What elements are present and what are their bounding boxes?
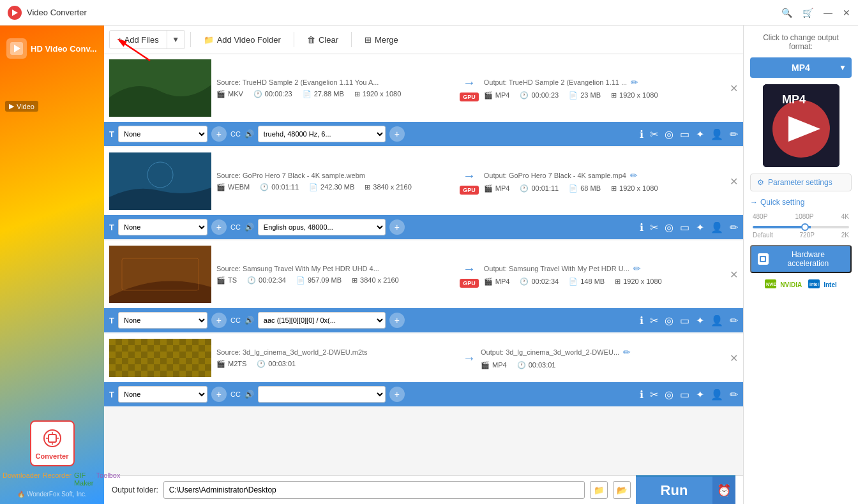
nav-downloader[interactable]: Downloader	[3, 471, 40, 487]
edit-icon-1[interactable]: ✏	[730, 128, 738, 140]
effect-icon-3[interactable]: ✦	[696, 315, 704, 327]
audio-ctrl-icon-4[interactable]: ◎	[665, 389, 674, 401]
crop-icon-3[interactable]: ▭	[680, 315, 689, 327]
search-button[interactable]: 🔍	[781, 8, 792, 18]
open-folder-button[interactable]: 📂	[613, 481, 631, 499]
cc-icon-2: CC	[230, 223, 241, 231]
audio-ctrl-icon-1[interactable]: ◎	[665, 128, 674, 140]
file-thumb-3	[109, 246, 211, 303]
audio-ctrl-icon-3[interactable]: ◎	[665, 315, 674, 327]
minimize-button[interactable]: —	[824, 8, 832, 18]
file-source-label-2: Source: GoPro Hero 7 Black - 4K sample.w…	[216, 172, 365, 179]
watermark-icon-1[interactable]: 👤	[711, 128, 723, 140]
file-output-row-2: Output: GoPro Hero 7 Black - 4K sample.m…	[484, 170, 722, 181]
subtitle-select-4[interactable]: None	[118, 386, 207, 403]
edit-output-2[interactable]: ✏	[630, 170, 638, 181]
nav-gif-maker[interactable]: GIF Maker	[74, 471, 94, 487]
cut-icon-4[interactable]: ✂	[650, 389, 658, 401]
effect-icon-2[interactable]: ✦	[696, 221, 704, 233]
audio-select-2[interactable]: English opus, 48000...	[258, 219, 386, 235]
add-subtitle-2[interactable]: +	[211, 219, 227, 235]
subtitle-select-1[interactable]: None	[118, 126, 207, 142]
merge-button[interactable]: ⊞ Merge	[357, 32, 406, 48]
close-file-3[interactable]: ✕	[730, 269, 738, 281]
edit-icon-4[interactable]: ✏	[730, 389, 738, 401]
nav-toolbox[interactable]: Toolbox	[96, 471, 121, 487]
close-file-2[interactable]: ✕	[730, 175, 738, 188]
cut-icon-2[interactable]: ✂	[650, 221, 658, 233]
format-select[interactable]: MP4	[750, 57, 852, 78]
file-info-2: Source: GoPro Hero 7 Black - 4K sample.w…	[216, 172, 455, 191]
cut-icon-3[interactable]: ✂	[650, 315, 658, 327]
add-subtitle-1[interactable]: +	[211, 126, 227, 142]
sidebar-logo-text: HD Video Conv...	[31, 44, 97, 54]
add-audio-2[interactable]: +	[389, 219, 405, 235]
format-preview[interactable]: MP4	[763, 84, 839, 167]
edit-output-4[interactable]: ✏	[623, 347, 631, 357]
hw-accel-button[interactable]: Hardware acceleration	[750, 245, 852, 273]
file-output-2: Output: GoPro Hero 7 Black - 4K sample.m…	[484, 170, 722, 193]
app-wrapper: HD Video Conv... ▶ Video Converter Downl…	[0, 26, 858, 504]
add-audio-3[interactable]: +	[389, 313, 405, 328]
crop-icon-2[interactable]: ▭	[680, 221, 689, 233]
cut-icon-1[interactable]: ✂	[650, 128, 658, 140]
watermark-icon-4[interactable]: 👤	[711, 389, 723, 401]
file-item-1: Source: TrueHD Sample 2 (Evangelion 1.11…	[104, 54, 743, 146]
close-file-4[interactable]: ✕	[730, 352, 738, 364]
audio-ctrl-icon-2[interactable]: ◎	[665, 221, 674, 233]
svg-rect-4	[49, 434, 56, 442]
effect-icon-4[interactable]: ✦	[696, 389, 704, 401]
add-audio-4[interactable]: +	[389, 387, 405, 402]
clear-button[interactable]: 🗑 Clear	[299, 32, 346, 48]
file-item-3: Source: Samsung Travel With My Pet HDR U…	[104, 241, 743, 332]
schedule-button[interactable]: ⏰	[712, 477, 735, 505]
audio-icon-1: 🔊	[245, 130, 254, 138]
info-icon-4[interactable]: ℹ	[640, 389, 644, 401]
output-folder-input[interactable]	[163, 481, 585, 499]
window-controls: 🔍 🛒 — ✕	[781, 8, 850, 18]
audio-select-4[interactable]	[258, 386, 386, 403]
edit-icon-2[interactable]: ✏	[730, 221, 738, 233]
file-list: Source: TrueHD Sample 2 (Evangelion 1.11…	[104, 54, 743, 475]
info-icon-2[interactable]: ℹ	[640, 221, 644, 233]
watermark-icon-3[interactable]: 👤	[711, 315, 723, 327]
add-subtitle-4[interactable]: +	[211, 387, 227, 402]
nav-recorder[interactable]: Recorder	[43, 471, 72, 487]
edit-icon-3[interactable]: ✏	[730, 315, 738, 327]
output-res-1: ⊞ 1920 x 1080	[611, 91, 658, 100]
param-settings-button[interactable]: ⚙ Parameter settings	[750, 174, 852, 191]
control-icons-3: ℹ ✂ ◎ ▭ ✦ 👤 ✏	[640, 315, 738, 327]
add-files-dropdown[interactable]: ▼	[167, 31, 184, 48]
subtitle-select-3[interactable]: None	[118, 312, 207, 329]
file-meta-output-3: 🎬MP4 🕐00:02:34 📄148 MB ⊞1920 x 1080	[484, 278, 722, 286]
info-icon-3[interactable]: ℹ	[640, 315, 644, 327]
audio-select-1[interactable]: truehd, 48000 Hz, 6...	[258, 126, 386, 142]
crop-icon-1[interactable]: ▭	[680, 128, 689, 140]
add-files-button[interactable]: + Add Files	[110, 32, 167, 48]
run-button[interactable]: Run	[636, 477, 712, 505]
subtitle-select-2[interactable]: None	[118, 219, 207, 235]
crop-icon-4[interactable]: ▭	[680, 389, 689, 401]
audio-select-3[interactable]: aac ([15][0][0][0] / 0x(...	[258, 312, 386, 329]
add-video-folder-button[interactable]: 📁 Add Video Folder	[196, 32, 289, 48]
add-subtitle-3[interactable]: +	[211, 313, 227, 328]
converter-label: Converter	[36, 452, 69, 460]
quality-slider[interactable]	[753, 226, 849, 228]
nav-tab-converter[interactable]: Converter	[30, 420, 75, 466]
watermark-icon-2[interactable]: 👤	[711, 221, 723, 233]
close-button[interactable]: ✕	[843, 8, 850, 18]
close-file-1[interactable]: ✕	[730, 82, 738, 94]
output-size-1: 📄 23 MB	[569, 91, 601, 100]
nvidia-logo: NVIDIA	[765, 279, 776, 290]
effect-icon-1[interactable]: ✦	[696, 128, 704, 140]
edit-output-3[interactable]: ✏	[633, 263, 641, 274]
file-item-1-main: Source: TrueHD Sample 2 (Evangelion 1.11…	[104, 54, 743, 122]
browse-folder-button[interactable]: 📁	[590, 481, 608, 499]
info-icon-1[interactable]: ℹ	[640, 128, 644, 140]
app-logo	[8, 6, 22, 20]
edit-output-1[interactable]: ✏	[631, 77, 638, 87]
file-thumb-2	[109, 152, 211, 210]
cart-button[interactable]: 🛒	[802, 8, 813, 18]
control-bar-1: T None + CC 🔊 truehd, 48000 Hz, 6... + ℹ…	[104, 122, 743, 146]
add-audio-1[interactable]: +	[389, 126, 405, 142]
